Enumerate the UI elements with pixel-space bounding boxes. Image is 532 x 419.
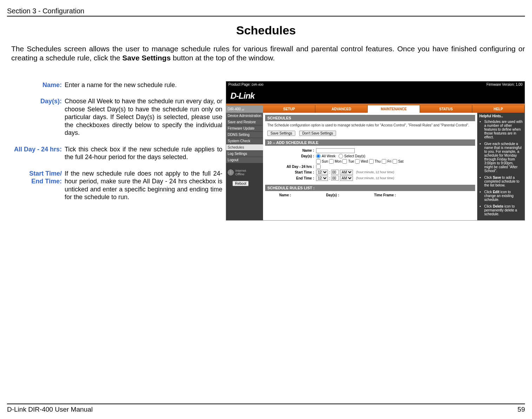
help-title: Helpful Hints.. xyxy=(479,114,523,118)
definition-list: Name: Enter a name for the new schedule … xyxy=(7,81,222,221)
chk-tue[interactable] xyxy=(342,159,347,164)
def-name-label: Name: xyxy=(7,81,63,89)
def-days-text: Choose All Week to have the schedule run… xyxy=(63,97,222,137)
sidebar-save-restore[interactable]: Save and Restore xyxy=(226,119,263,125)
chk-allday[interactable] xyxy=(316,164,321,169)
tab-help[interactable]: HELP xyxy=(472,105,525,113)
rules-list-header: Name : Day(s) : Time Frame : xyxy=(265,192,475,199)
reboot-button[interactable]: Reboot xyxy=(232,181,249,186)
tab-advanced[interactable]: ADVANCED xyxy=(315,105,368,113)
sidebar-device-admin[interactable]: Device Administration xyxy=(226,113,263,119)
tab-status[interactable]: STATUS xyxy=(420,105,472,113)
start-minute-input[interactable] xyxy=(331,170,339,175)
radio-all-week[interactable] xyxy=(316,154,321,158)
hint-4: Click Edit icon to change an existing sc… xyxy=(484,190,523,202)
form-days-label: Day(s) : xyxy=(265,154,316,158)
sidebar-schedules[interactable]: Schedules xyxy=(226,144,263,151)
router-screenshot: Product Page: DIR-400 Firmware Version: … xyxy=(226,81,525,221)
start-hour-select[interactable]: 12 xyxy=(316,170,328,175)
def-name-text: Enter a name for the new schedule rule. xyxy=(63,81,222,89)
bottom-horizontal-rule xyxy=(7,404,525,404)
end-hour-select[interactable]: 12 xyxy=(316,176,328,181)
chk-mon[interactable] xyxy=(329,159,334,164)
sidebar-log-settings[interactable]: Log Settings xyxy=(226,151,263,157)
hint-2: Give each schedule a name that is meanin… xyxy=(484,142,523,173)
tab-maintenance[interactable]: MAINTENANCE xyxy=(368,105,420,113)
model-cell: DIR-400/// xyxy=(226,105,263,113)
section-header: Section 3 - Configuration xyxy=(7,7,525,15)
start-time-hint: (hour:minute, 12 hour time) xyxy=(356,170,394,174)
globe-icon xyxy=(228,169,234,176)
dont-save-settings-button[interactable]: Don't Save Settings xyxy=(299,131,336,136)
def-allday-text: Tick this check box if the new schedule … xyxy=(63,145,222,161)
start-ampm-select[interactable]: AM xyxy=(340,170,353,175)
router-sidebar: Device Administration Save and Restore F… xyxy=(226,113,263,220)
hint-5: Click Delete icon to permanently delete … xyxy=(484,204,523,216)
def-days-label: Day(s): xyxy=(7,97,63,137)
intro-paragraph: The Schedules screen allows the user to … xyxy=(11,44,525,63)
form-start-label: Start Time : xyxy=(265,170,316,174)
col-name: Name : xyxy=(279,193,291,197)
hint-3: Click Save to add a completed schedule t… xyxy=(484,176,523,187)
sidebar-system-check[interactable]: System Check xyxy=(226,138,263,144)
footer-page-number: 59 xyxy=(518,406,525,413)
chk-sat[interactable] xyxy=(393,159,397,164)
footer-manual-title: D-Link DIR-400 User Manual xyxy=(7,406,93,413)
form-allday-label: All Day - 24 hrs : xyxy=(265,165,316,169)
page-title: Schedules xyxy=(7,24,525,37)
dlink-logo: D-Link xyxy=(230,91,255,101)
col-time: Time Frame : xyxy=(374,193,396,197)
section-add-rule-heading: 10 -- ADD SCHEDULE RULE xyxy=(265,139,475,146)
chk-fri[interactable] xyxy=(382,159,386,164)
end-ampm-select[interactable]: AM xyxy=(340,176,353,181)
router-main-pane: SCHEDULES The Schedule configuration opt… xyxy=(263,113,477,220)
name-input[interactable] xyxy=(316,148,355,153)
sidebar-ddns[interactable]: DDNS Setting xyxy=(226,132,263,138)
def-time-label: Start Time/End Time: xyxy=(7,170,63,201)
router-help-pane: Helpful Hints.. Schedules are used with … xyxy=(477,113,525,220)
hint-1: Schedules are used with a number of othe… xyxy=(484,120,523,139)
save-settings-button[interactable]: Save Settings xyxy=(267,131,295,136)
radio-select-days[interactable] xyxy=(339,154,343,158)
router-logo-band: D-Link xyxy=(226,87,525,104)
section-schedules-heading: SCHEDULES xyxy=(265,115,475,121)
form-name-label: Name : xyxy=(265,149,316,152)
chk-wed[interactable] xyxy=(355,159,360,164)
top-horizontal-rule xyxy=(7,16,525,17)
day-checkbox-row: Sun Mon Tue Wed Thu Fri Sat xyxy=(316,159,403,164)
chk-thu[interactable] xyxy=(369,159,374,164)
form-end-label: End Time : xyxy=(265,176,316,180)
col-days: Day(s) : xyxy=(326,193,339,197)
sidebar-logout[interactable]: Logout xyxy=(226,157,263,163)
tab-setup[interactable]: SETUP xyxy=(263,105,315,113)
end-time-hint: (hour:minute, 12 hour time) xyxy=(356,176,394,180)
section-schedules-desc: The Schedule configuration option is use… xyxy=(265,122,475,130)
end-minute-input[interactable] xyxy=(331,176,339,181)
intro-part2: button at the top of the window. xyxy=(171,54,275,62)
intro-bold: Save Settings xyxy=(122,54,171,62)
def-allday-label: All Day - 24 hrs: xyxy=(7,145,63,161)
router-nav-tabs: DIR-400/// SETUP ADVANCED MAINTENANCE ST… xyxy=(226,105,525,113)
internet-status: InternetOffline xyxy=(226,167,263,178)
chk-sun[interactable] xyxy=(316,159,321,164)
def-time-text: If the new schedule rule does not apply … xyxy=(63,170,222,201)
router-topbar: Product Page: DIR-400 Firmware Version: … xyxy=(226,81,525,87)
section-rules-list-heading: SCHEDULE RULES LIST : xyxy=(265,185,475,191)
sidebar-firmware-update[interactable]: Firmware Update xyxy=(226,125,263,132)
